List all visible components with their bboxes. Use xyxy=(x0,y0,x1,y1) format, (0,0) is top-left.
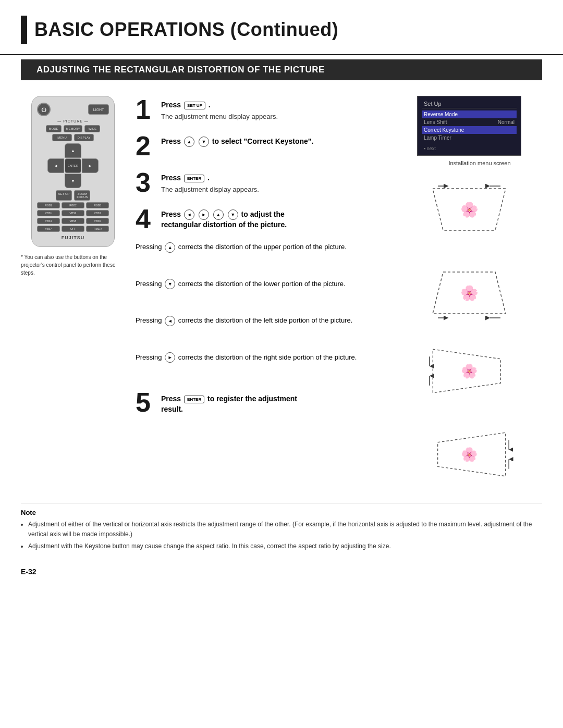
dpad-empty-bl xyxy=(47,174,64,188)
menu-title: Set Up xyxy=(422,100,517,108)
step-2-number: 2 xyxy=(136,132,154,159)
header-divider xyxy=(0,54,563,55)
step-2: 2 Press ▲ ▼ to select "Correct Keystone"… xyxy=(136,132,407,159)
step-1-button-icon: SET UP xyxy=(184,102,205,109)
remote-vbs7-row: VBS7 OFF TIMER xyxy=(37,226,109,232)
remote-power-btn: ⏻ xyxy=(37,103,51,116)
remote-light-btn: LIGHT xyxy=(88,104,109,115)
note-bullets: Adjustment of either of the vertical or … xyxy=(21,520,542,552)
left-column: ⏻ LIGHT — PICTURE — MODE MEMORY WIDE MEN… xyxy=(21,96,125,492)
step-4-left-icon: ◄ xyxy=(184,209,194,220)
step-4-right-icon: ► xyxy=(199,209,209,220)
step-1: 1 Press SET UP . The adjustment menu dis… xyxy=(136,96,407,123)
remote-vbs6-btn: VBS6 xyxy=(86,218,109,224)
page-number: E-32 xyxy=(0,562,563,586)
diagram-left-svg: 🌸 xyxy=(417,337,521,405)
diagram-upper: 🌸 xyxy=(417,176,521,243)
page-title: BASIC OPERATIONS (Continued) xyxy=(34,19,338,41)
dpad-left-btn: ◄ xyxy=(47,158,64,173)
step-4-press-text: Press xyxy=(161,210,181,218)
step-3-sub: The adjustment display appears. xyxy=(161,184,259,195)
remote-vbs3-btn: VBS3 xyxy=(86,210,109,216)
remote-rgb1-btn: RGB1 xyxy=(37,202,60,208)
remote-timer-btn: TIMER xyxy=(86,226,109,232)
step-3-enter-icon: ENTER xyxy=(184,175,204,182)
dpad-empty-br xyxy=(82,174,99,188)
step-4-number: 4 xyxy=(136,205,154,232)
remote-menu-btn: MENU xyxy=(52,134,72,141)
remote-vbs1-btn: VBS1 xyxy=(37,210,60,216)
note-bullet-2: Adjustment with the Keystone button may … xyxy=(28,541,542,551)
step-4-content: Press ◄ ► ▲ ▼ to adjust the rectangular … xyxy=(161,205,287,230)
pressing-item-right: Pressing ► corrects the distortion of th… xyxy=(136,352,407,363)
dpad-down-btn: ▼ xyxy=(65,174,81,188)
diagram-lower: 🌸 xyxy=(417,259,521,327)
dpad-empty-tr xyxy=(82,143,99,158)
remote-vbs2-btn: VBS2 xyxy=(62,210,84,216)
remote-control: ⏻ LIGHT — PICTURE — MODE MEMORY WIDE MEN… xyxy=(31,96,115,247)
diagram-right: 🌸 xyxy=(417,421,521,488)
step-5-enter-icon: ENTER xyxy=(184,396,204,403)
step-4-up-icon: ▲ xyxy=(213,209,224,220)
pressing-item-down: Pressing ▼ corrects the distortion of th… xyxy=(136,279,407,290)
remote-dpad: ▲ ◄ ENTER ► ▼ xyxy=(37,143,109,188)
step-3-suffix: . xyxy=(207,174,210,182)
step-4-instruction: Press ◄ ► ▲ ▼ to adjust the xyxy=(161,209,287,220)
dpad-up-btn: ▲ xyxy=(65,143,81,158)
menu-item-reverse: Reverse Mode xyxy=(422,110,517,118)
note-section: Note Adjustment of either of the vertica… xyxy=(21,503,542,552)
step-1-sub: The adjustment menu display appears. xyxy=(161,112,278,122)
step-5-suffix: to register the adjustment xyxy=(207,394,297,403)
menu-item-keystone: Correct Keystone xyxy=(422,126,517,134)
remote-wide-btn: WIDE xyxy=(84,125,100,132)
right-column: Set Up Reverse Mode Lens ShiftNormal Cor… xyxy=(417,96,542,492)
svg-text:🌸: 🌸 xyxy=(460,201,479,218)
step-2-down-icon: ▼ xyxy=(199,137,209,147)
pressing-up-text: Pressing ▲ corrects the distortion of th… xyxy=(136,242,407,253)
dpad-empty-tl xyxy=(47,143,64,158)
pressing-left-text: Pressing ◄ corrects the distortion of th… xyxy=(136,315,407,326)
svg-text:🌸: 🌸 xyxy=(461,446,478,463)
main-content: ⏻ LIGHT — PICTURE — MODE MEMORY WIDE MEN… xyxy=(0,96,563,492)
step-2-up-icon: ▲ xyxy=(184,137,194,147)
remote-vbs1-row: VBS1 VBS2 VBS3 xyxy=(37,210,109,216)
remote-vbs7-btn: VBS7 xyxy=(37,226,60,232)
pressing-up-icon: ▲ xyxy=(165,242,175,253)
remote-setup-btn: SET UP xyxy=(56,190,72,201)
remote-top-row: ⏻ LIGHT xyxy=(37,103,109,116)
step-4-down-icon: ▼ xyxy=(228,209,238,220)
note-bullet-1: Adjustment of either of the vertical or … xyxy=(28,520,542,539)
menu-item-lamp: Lamp Timer xyxy=(422,134,517,142)
diagram-lower-svg: 🌸 xyxy=(417,259,521,327)
step-4: 4 Press ◄ ► ▲ ▼ to adjust the rectangula… xyxy=(136,205,407,232)
step-1-instruction: Press SET UP . xyxy=(161,100,278,110)
remote-setup-row: SET UP ZOOMFOCUS xyxy=(37,190,109,201)
dpad-enter-btn: ENTER xyxy=(65,158,81,173)
remote-off-btn: OFF xyxy=(62,226,84,232)
pressing-right-text: Pressing ► corrects the distortion of th… xyxy=(136,352,407,363)
menu-screenshot: Set Up Reverse Mode Lens ShiftNormal Cor… xyxy=(417,96,521,156)
remote-row-2: MENU DISPLAY xyxy=(37,134,109,141)
menu-item-lens: Lens ShiftNormal xyxy=(422,118,517,126)
remote-picture-label: — PICTURE — xyxy=(37,119,109,123)
remote-vbs4-btn: VBS4 xyxy=(37,218,60,224)
pressing-item-up: Pressing ▲ corrects the distortion of th… xyxy=(136,242,407,253)
remote-rgb2-btn: RGB2 xyxy=(62,202,84,208)
step-3-instruction: Press ENTER . xyxy=(161,173,259,183)
middle-column: 1 Press SET UP . The adjustment menu dis… xyxy=(136,96,407,492)
note-title: Note xyxy=(21,509,542,516)
step-1-number: 1 xyxy=(136,96,154,123)
page-header: BASIC OPERATIONS (Continued) xyxy=(0,0,563,54)
pressing-left-icon: ◄ xyxy=(165,316,175,326)
remote-rgb-row: RGB1 RGB2 RGB3 xyxy=(37,202,109,208)
step-2-instruction: Press ▲ ▼ to select "Correct Keystone". xyxy=(161,137,313,147)
svg-text:🌸: 🌸 xyxy=(460,285,479,302)
pressing-item-left: Pressing ◄ corrects the distortion of th… xyxy=(136,315,407,326)
pressing-section: Pressing ▲ corrects the distortion of th… xyxy=(136,242,407,363)
diagram-right-svg: 🌸 xyxy=(417,421,521,488)
remote-memory-btn: MEMORY xyxy=(64,125,83,132)
step-3-content: Press ENTER . The adjustment display app… xyxy=(161,169,259,194)
step-3: 3 Press ENTER . The adjustment display a… xyxy=(136,169,407,196)
dpad-right-btn: ► xyxy=(82,158,99,173)
menu-next-label: ▪ next xyxy=(422,145,517,152)
